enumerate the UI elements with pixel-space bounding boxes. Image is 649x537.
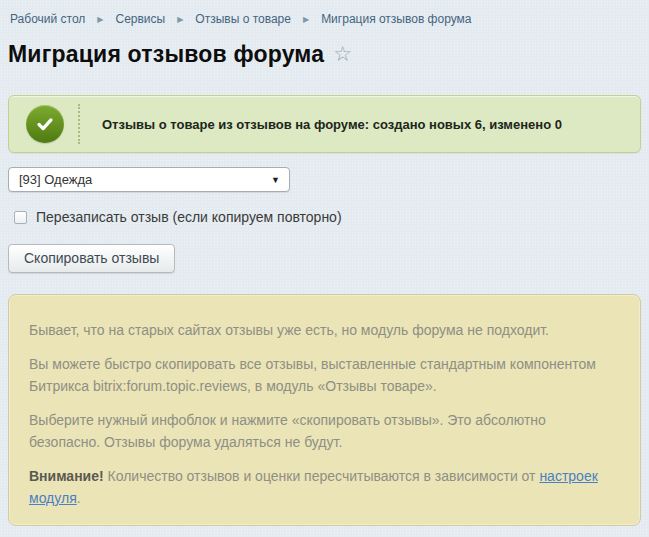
- overwrite-checkbox-row[interactable]: Перезаписать отзыв (если копируем повтор…: [14, 209, 641, 225]
- warning-text: Количество отзывов и оценки пересчитываю…: [108, 468, 536, 484]
- overwrite-checkbox[interactable]: [14, 211, 27, 224]
- infoblock-select[interactable]: [93] Одежда ▼: [8, 167, 290, 192]
- help-info-box: Бывает, что на старых сайтах отзывы уже …: [8, 294, 641, 526]
- breadcrumb-item-forum-reviews-migration[interactable]: Миграция отзывов форума: [321, 12, 471, 26]
- warning-label: Внимание!: [29, 468, 104, 484]
- breadcrumb-arrow-icon: ▶: [303, 15, 309, 24]
- check-icon: [26, 105, 64, 143]
- info-paragraph-3: Выберите нужный инфоблок и нажмите «скоп…: [29, 409, 620, 453]
- breadcrumb-arrow-icon: ▶: [97, 15, 103, 24]
- breadcrumb-arrow-icon: ▶: [177, 15, 183, 24]
- copy-reviews-button[interactable]: Скопировать отзывы: [8, 244, 175, 273]
- page-title: Миграция отзывов форума☆: [8, 41, 641, 68]
- breadcrumb-item-desktop[interactable]: Рабочий стол: [10, 12, 85, 26]
- chevron-down-icon: ▼: [271, 175, 280, 185]
- infoblock-select-value: [93] Одежда: [19, 172, 92, 187]
- overwrite-checkbox-label: Перезаписать отзыв (если копируем повтор…: [36, 209, 342, 225]
- success-message-text: Отзывы о товаре из отзывов на форуме: со…: [80, 107, 582, 142]
- breadcrumb-item-services[interactable]: Сервисы: [115, 12, 165, 26]
- info-paragraph-1: Бывает, что на старых сайтах отзывы уже …: [29, 319, 620, 341]
- breadcrumb: Рабочий стол▶Сервисы▶Отзывы о товаре▶Миг…: [0, 0, 649, 26]
- warning-suffix: .: [77, 490, 81, 506]
- info-paragraph-2: Вы можете быстро скопировать все отзывы,…: [29, 353, 620, 397]
- success-message-box: Отзывы о товаре из отзывов на форуме: со…: [8, 95, 641, 153]
- breadcrumb-item-product-reviews[interactable]: Отзывы о товаре: [195, 12, 291, 26]
- favorite-star-icon[interactable]: ☆: [333, 42, 352, 66]
- page-title-text: Миграция отзывов форума: [8, 41, 324, 67]
- info-paragraph-warning: Внимание! Количество отзывов и оценки пе…: [29, 465, 620, 509]
